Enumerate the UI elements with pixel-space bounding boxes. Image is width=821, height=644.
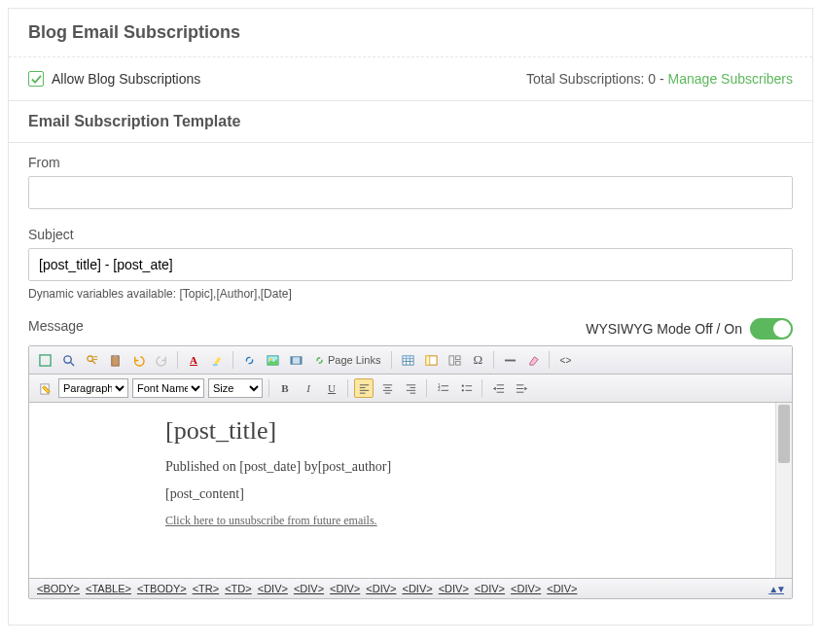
wysiwyg-label: WYSIWYG Mode Off / On [586, 321, 742, 337]
highlight-icon[interactable] [207, 350, 227, 370]
image-icon[interactable] [263, 350, 282, 370]
fontname-select[interactable]: Font Name [132, 378, 204, 398]
link-icon[interactable] [239, 350, 259, 370]
page-title: Blog Email Subscriptions [28, 22, 793, 43]
source-icon[interactable]: <> [555, 350, 575, 370]
layout-icon[interactable] [445, 350, 464, 370]
underline-button[interactable]: U [322, 378, 341, 398]
edit-icon[interactable] [35, 378, 54, 398]
omega-icon[interactable]: Ω [468, 350, 487, 370]
table-icon[interactable] [398, 350, 417, 370]
from-label: From [28, 155, 793, 170]
indent-button[interactable] [512, 378, 531, 398]
svg-rect-14 [300, 356, 302, 363]
ul-button[interactable] [456, 378, 476, 398]
svg-rect-7 [111, 355, 118, 365]
outdent-button[interactable] [488, 378, 508, 398]
bold-button[interactable]: B [275, 378, 295, 398]
toolbar-row-2: Paragraph Font Name Size B I U 12 [29, 375, 792, 403]
template-title: Email Subscription Template [28, 113, 793, 130]
editor-content[interactable]: [post_title] Published on [post_date] by… [29, 403, 775, 578]
svg-rect-24 [449, 355, 454, 364]
allow-row: Allow Blog Subscriptions Total Subscript… [9, 57, 812, 100]
size-select[interactable]: Size [208, 378, 263, 398]
allow-checkbox-wrap: Allow Blog Subscriptions [28, 71, 526, 87]
bc-item[interactable]: <DIV> [475, 583, 505, 594]
form-body: From Subject Dynamic variables available… [9, 143, 812, 625]
find-icon[interactable] [82, 350, 101, 370]
check-icon [31, 74, 42, 85]
subject-input[interactable] [28, 248, 793, 281]
bc-item[interactable]: <DIV> [258, 583, 288, 594]
from-group: From [28, 155, 793, 209]
bc-item[interactable]: <DIV> [511, 583, 541, 594]
svg-point-3 [87, 355, 92, 361]
preview-icon[interactable] [58, 350, 78, 370]
content-published: Published on [post_date] by[post_author] [165, 459, 756, 475]
svg-rect-26 [455, 361, 460, 365]
media-icon[interactable] [286, 350, 305, 370]
allow-label: Allow Blog Subscriptions [52, 71, 200, 87]
from-input[interactable] [28, 176, 793, 209]
paragraph-select[interactable]: Paragraph [58, 378, 128, 398]
subject-group: Subject Dynamic variables available: [To… [28, 227, 793, 301]
bc-item[interactable]: <TD> [225, 583, 252, 594]
italic-button[interactable]: I [299, 378, 318, 398]
svg-point-1 [63, 355, 70, 362]
bc-item[interactable]: <DIV> [294, 583, 324, 594]
blog-subscriptions-panel: Blog Email Subscriptions Allow Blog Subs… [8, 8, 813, 626]
undo-icon[interactable] [128, 350, 148, 370]
align-center-button[interactable] [377, 378, 397, 398]
eraser-icon[interactable] [523, 350, 543, 370]
message-label: Message [28, 318, 84, 334]
bc-item[interactable]: <DIV> [330, 583, 360, 594]
toolbar-row-1: A Page Links Ω <> [29, 346, 792, 375]
bc-item[interactable]: <DIV> [366, 583, 396, 594]
svg-rect-0 [39, 354, 50, 365]
svg-text:2: 2 [437, 387, 440, 392]
hr-icon[interactable] [500, 350, 519, 370]
svg-rect-20 [403, 355, 413, 358]
svg-rect-9 [212, 364, 217, 366]
ol-button[interactable]: 12 [433, 378, 452, 398]
bc-item[interactable]: <BODY> [37, 583, 80, 594]
bc-item[interactable]: <DIV> [402, 583, 432, 594]
breadcrumb-arrows[interactable]: ▲▼ [768, 584, 784, 594]
redo-icon[interactable] [152, 350, 171, 370]
fullscreen-icon[interactable] [35, 350, 54, 370]
align-right-button[interactable] [401, 378, 420, 398]
align-left-button[interactable] [354, 378, 374, 398]
svg-rect-23 [426, 355, 430, 364]
template-header: Email Subscription Template [9, 100, 812, 143]
svg-rect-13 [290, 356, 292, 363]
page-links-button[interactable]: Page Links [309, 350, 385, 370]
wysiwyg-toggle-wrap: WYSIWYG Mode Off / On [586, 318, 793, 340]
message-group: Message WYSIWYG Mode Off / On A [28, 318, 793, 599]
content-title: [post_title] [165, 416, 756, 446]
wysiwyg-editor: A Page Links Ω <> [28, 345, 793, 599]
table-style-icon[interactable] [421, 350, 441, 370]
bc-item[interactable]: <DIV> [439, 583, 469, 594]
bc-item[interactable]: <DIV> [547, 583, 577, 594]
svg-point-46 [461, 389, 463, 391]
paste-icon[interactable] [105, 350, 125, 370]
panel-header: Blog Email Subscriptions [9, 9, 812, 57]
total-subscriptions: Total Subscriptions: 0 - Manage Subscrib… [526, 71, 793, 87]
bc-item[interactable]: <TBODY> [137, 583, 187, 594]
bc-item[interactable]: <TR> [193, 583, 220, 594]
subject-label: Subject [28, 227, 793, 242]
editor-breadcrumb: <BODY> <TABLE> <TBODY> <TR> <TD> <DIV> <… [29, 578, 792, 598]
bc-item[interactable]: <TABLE> [86, 583, 131, 594]
manage-subscribers-link[interactable]: Manage Subscribers [668, 71, 793, 87]
content-unsubscribe: Click here to unsubscribe from future em… [165, 514, 756, 528]
total-value: 0 [648, 71, 656, 87]
svg-line-2 [70, 362, 74, 366]
wysiwyg-toggle[interactable] [750, 318, 793, 340]
svg-point-45 [461, 384, 463, 386]
editor-scrollbar[interactable] [775, 403, 792, 578]
allow-checkbox[interactable] [28, 71, 44, 87]
svg-line-4 [91, 360, 94, 363]
scroll-thumb[interactable] [778, 405, 790, 463]
font-color-icon[interactable]: A [184, 350, 203, 370]
subject-help: Dynamic variables available: [Topic],[Au… [28, 287, 793, 301]
